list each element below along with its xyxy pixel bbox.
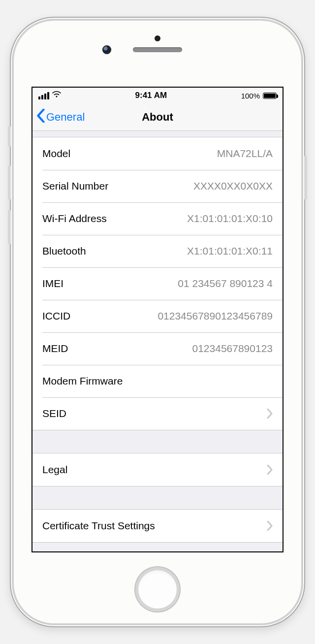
label: ICCID	[42, 310, 70, 322]
power-button	[304, 156, 307, 200]
value: XXXX0XX0X0XX	[193, 180, 273, 192]
chevron-left-icon	[36, 109, 45, 126]
iphone-device-frame: 9:41 AM 100% General About Model MN	[10, 17, 305, 627]
label: Certificate Trust Settings	[42, 520, 155, 532]
status-time: 9:41 AM	[135, 91, 167, 100]
row-legal[interactable]: Legal	[32, 453, 283, 486]
label: Model	[42, 148, 70, 160]
front-camera	[102, 45, 111, 54]
label: IMEI	[42, 278, 63, 290]
row-bluetooth[interactable]: Bluetooth X1:01:01:01:X0:11	[32, 235, 283, 267]
volume-down-button	[8, 210, 11, 244]
screen: 9:41 AM 100% General About Model MN	[32, 87, 284, 552]
cert-group: Certificate Trust Settings	[32, 509, 283, 543]
label: Modem Firmware	[42, 375, 123, 387]
row-serial-number[interactable]: Serial Number XXXX0XX0X0XX	[32, 170, 283, 202]
chevron-right-icon	[267, 465, 273, 475]
row-certificate-trust-settings[interactable]: Certificate Trust Settings	[32, 510, 283, 542]
row-iccid[interactable]: ICCID 01234567890123456789	[32, 300, 283, 332]
value: 01234567890123	[192, 343, 273, 354]
row-wifi-address[interactable]: Wi-Fi Address X1:01:01:01:X0:10	[32, 202, 283, 235]
battery-icon	[263, 93, 277, 99]
label: Serial Number	[42, 180, 108, 192]
content-scroll[interactable]: Model MNA72LL/A Serial Number XXXX0XX0X0…	[32, 131, 283, 551]
value: MNA72LL/A	[217, 148, 273, 160]
value: 01 234567 890123 4	[178, 278, 273, 290]
home-button[interactable]	[135, 567, 180, 612]
label: MEID	[42, 343, 68, 354]
row-model[interactable]: Model MNA72LL/A	[32, 137, 283, 170]
back-label: General	[46, 111, 85, 124]
label: SEID	[42, 408, 66, 419]
label: Wi-Fi Address	[42, 213, 107, 225]
row-seid[interactable]: SEID	[32, 397, 283, 430]
volume-up-button	[8, 165, 11, 200]
value: X1:01:01:01:X0:10	[187, 213, 273, 225]
wifi-icon	[52, 91, 61, 100]
label: Bluetooth	[42, 245, 86, 257]
mute-switch	[8, 126, 11, 147]
battery-percentage: 100%	[241, 92, 260, 100]
label: Legal	[42, 464, 67, 476]
chevron-right-icon	[267, 409, 273, 419]
navigation-bar: General About	[32, 103, 283, 131]
status-bar: 9:41 AM 100%	[32, 88, 283, 103]
value: 01234567890123456789	[158, 310, 273, 322]
value: X1:01:01:01:X0:11	[187, 245, 273, 257]
about-details-group: Model MNA72LL/A Serial Number XXXX0XX0X0…	[32, 137, 283, 430]
cellular-signal-icon	[38, 92, 49, 99]
row-modem-firmware[interactable]: Modem Firmware	[32, 365, 283, 397]
chevron-right-icon	[267, 521, 273, 531]
legal-group: Legal	[32, 453, 283, 486]
row-meid[interactable]: MEID 01234567890123	[32, 332, 283, 365]
row-imei[interactable]: IMEI 01 234567 890123 4	[32, 267, 283, 300]
back-button[interactable]: General	[36, 109, 85, 126]
earpiece-speaker	[133, 47, 182, 52]
proximity-sensor	[155, 35, 160, 41]
